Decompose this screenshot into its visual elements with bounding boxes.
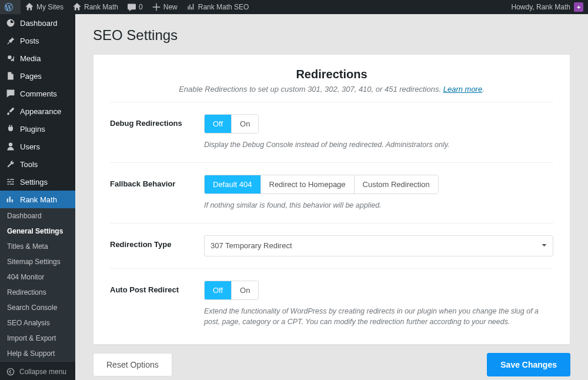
plug-icon (5, 124, 16, 134)
comment-icon (128, 3, 136, 11)
user-icon (5, 142, 16, 151)
fallback-custom-button[interactable]: Custom Redirection (354, 175, 438, 194)
field-fallback-behavior: Fallback Behavior Default 404 Redirect t… (110, 162, 553, 223)
menu-pages[interactable]: Pages (0, 67, 75, 85)
sub-redirections[interactable]: Redirections (0, 285, 75, 300)
field-label: Auto Post Redirect (110, 281, 204, 328)
menu-dashboard[interactable]: Dashboard (0, 14, 75, 32)
comments-count: 0 (139, 3, 143, 11)
greeting: Howdy, Rank Math (512, 3, 570, 11)
menu-label: Plugins (20, 125, 45, 134)
admin-sidebar: Dashboard Posts Media Pages Comments App… (0, 14, 75, 380)
sub-seo-analysis[interactable]: SEO Analysis (0, 315, 75, 331)
site-name[interactable]: Rank Math (68, 0, 123, 14)
debug-off-button[interactable]: Off (205, 115, 231, 133)
pin-icon (5, 36, 16, 45)
account[interactable]: Howdy, Rank Math✦ (507, 0, 588, 14)
field-label: Debug Redirections (110, 114, 204, 151)
menu-posts[interactable]: Posts (0, 32, 75, 49)
autopost-toggle: Off On (204, 281, 259, 300)
fallback-toggle: Default 404 Redirect to Homepage Custom … (204, 175, 439, 194)
sub-404[interactable]: 404 Monitor (0, 269, 75, 285)
wordpress-icon (5, 3, 13, 11)
field-auto-post-redirect: Auto Post Redirect Off On Extend the fun… (110, 268, 553, 333)
menu-comments[interactable]: Comments (0, 85, 75, 102)
menu-label: Comments (20, 89, 57, 98)
comment-icon (5, 89, 16, 98)
menu-label: Dashboard (20, 19, 58, 28)
field-help: Display the Debug Console instead of bei… (204, 139, 553, 151)
field-debug-redirections: Debug Redirections Off On Display the De… (110, 102, 553, 162)
footer-actions: Reset Options Save Changes (93, 353, 570, 376)
home-icon (73, 3, 81, 11)
media-icon (5, 54, 16, 63)
debug-toggle: Off On (204, 114, 259, 134)
new-label: New (163, 3, 178, 11)
menu-users[interactable]: Users (0, 138, 75, 155)
chart-icon (187, 3, 195, 11)
debug-on-button[interactable]: On (231, 115, 258, 133)
wp-logo[interactable] (0, 0, 21, 14)
sub-sitemap[interactable]: Sitemap Settings (0, 254, 75, 269)
menu-tools[interactable]: Tools (0, 155, 75, 173)
collapse-menu[interactable]: Collapse menu (0, 361, 75, 380)
menu-label: Appearance (20, 107, 61, 116)
menu-label: Posts (20, 36, 39, 45)
menu-plugins[interactable]: Plugins (0, 120, 75, 138)
admin-bar: My Sites Rank Math 0 New Rank Math SEO H… (0, 0, 588, 14)
page-title: SEO Settings (93, 27, 588, 44)
page-icon (5, 71, 16, 81)
wrench-icon (5, 159, 16, 169)
field-label: Fallback Behavior (110, 175, 204, 211)
menu-rank-math[interactable]: Rank Math (0, 191, 75, 208)
section-desc: Enable Redirections to set up custom 301… (110, 85, 553, 94)
menu-label: Rank Math (20, 195, 57, 204)
menu-media[interactable]: Media (0, 49, 75, 67)
save-button[interactable]: Save Changes (487, 353, 570, 376)
rank-math-seo[interactable]: Rank Math SEO (182, 0, 254, 14)
field-redirection-type: Redirection Type 307 Temporary Redirect (110, 223, 553, 268)
my-sites[interactable]: My Sites (21, 0, 68, 14)
autopost-on-button[interactable]: On (231, 281, 258, 299)
my-sites-label: My Sites (36, 3, 64, 11)
sub-titles-meta[interactable]: Titles & Meta (0, 239, 75, 254)
menu-label: Users (20, 142, 40, 151)
fallback-homepage-button[interactable]: Redirect to Homepage (260, 175, 354, 194)
sub-search-console[interactable]: Search Console (0, 300, 75, 315)
sub-general-settings[interactable]: General Settings (0, 224, 75, 239)
chart-icon (5, 195, 16, 204)
rm-seo-label: Rank Math SEO (198, 3, 249, 11)
field-help: If nothing similar is found, this behavi… (204, 200, 553, 211)
menu-label: Tools (20, 160, 38, 169)
redirection-type-select[interactable]: 307 Temporary Redirect (204, 235, 553, 256)
sub-import-export[interactable]: Import & Export (0, 331, 75, 346)
menu-label: Settings (20, 178, 48, 186)
site-name-label: Rank Math (84, 3, 118, 11)
reset-button[interactable]: Reset Options (93, 353, 172, 376)
collapse-label: Collapse menu (19, 368, 66, 376)
learn-more-link[interactable]: Learn more (443, 85, 482, 94)
menu-label: Media (20, 54, 41, 63)
new[interactable]: New (148, 0, 182, 14)
fallback-default-404-button[interactable]: Default 404 (205, 175, 260, 194)
comments[interactable]: 0 (123, 0, 148, 14)
sliders-icon (5, 177, 16, 186)
brush-icon (5, 106, 16, 116)
home-icon (25, 3, 34, 11)
field-help: Extend the functionality of WordPress by… (204, 306, 553, 328)
sub-dashboard[interactable]: Dashboard (0, 208, 75, 224)
submenu-rank-math: Dashboard General Settings Titles & Meta… (0, 208, 75, 361)
collapse-icon (5, 368, 16, 376)
plus-icon (152, 3, 161, 11)
sub-help[interactable]: Help & Support (0, 346, 75, 361)
dashboard-icon (5, 18, 16, 28)
menu-label: Pages (20, 72, 42, 81)
section-title: Redirections (110, 68, 553, 81)
content-area: SEO Settings Redirections Enable Redirec… (75, 14, 588, 380)
menu-appearance[interactable]: Appearance (0, 102, 75, 120)
avatar: ✦ (574, 2, 583, 12)
menu-settings[interactable]: Settings (0, 173, 75, 191)
field-label: Redirection Type (110, 235, 204, 256)
autopost-off-button[interactable]: Off (205, 281, 231, 299)
svg-point-0 (7, 368, 14, 375)
